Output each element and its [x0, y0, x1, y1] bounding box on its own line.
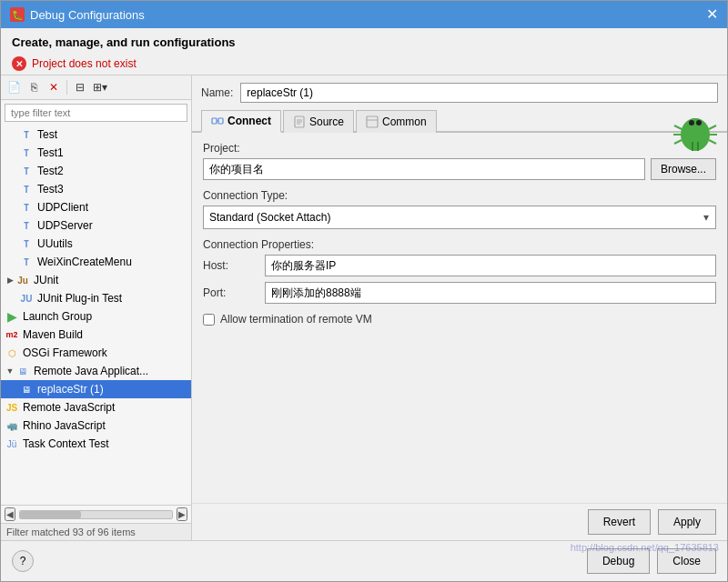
- config-tree[interactable]: T Test T Test1 T Test2 T Test3: [1, 125, 191, 505]
- tree-item-label: Test1: [37, 146, 64, 159]
- dialog-content: Create, manage, and run configurations ✕…: [1, 28, 727, 581]
- tree-item-label: Test: [37, 128, 57, 141]
- launch-group-icon: ▶: [5, 309, 19, 324]
- error-icon: ✕: [12, 56, 26, 71]
- arrange-button[interactable]: ⊞▾: [91, 78, 109, 96]
- config-name-input[interactable]: [240, 83, 718, 103]
- scroll-thumb: [20, 511, 81, 518]
- port-input[interactable]: [265, 282, 716, 304]
- tree-item-label: JUnit: [34, 274, 58, 286]
- horizontal-scrollbar[interactable]: ◀ ▶: [1, 505, 191, 523]
- tree-item-junit-plugin[interactable]: JU JUnit Plug-in Test: [1, 289, 191, 307]
- tab-connect[interactable]: Connect: [201, 110, 281, 133]
- tab-source-label: Source: [309, 115, 344, 128]
- junit-plugin-icon: JU: [19, 291, 34, 306]
- java-app-icon: T: [19, 255, 34, 269]
- tree-item-label: OSGi Framework: [23, 346, 107, 359]
- allow-termination-checkbox[interactable]: [203, 314, 215, 326]
- collapse-button[interactable]: ⊟: [71, 78, 89, 96]
- tree-item-junit-group[interactable]: ▶ Ju JUnit: [1, 271, 191, 289]
- tree-item-label: UUutils: [37, 237, 73, 250]
- task-context-icon: Jü: [5, 436, 19, 451]
- tree-item-rhino-js[interactable]: 🦏 Rhino JavaScript: [1, 416, 191, 435]
- left-toolbar: 📄 ⎘ ✕ ⊟ ⊞▾: [1, 75, 191, 100]
- tree-item-launch-group[interactable]: ▶ Launch Group: [1, 307, 191, 326]
- scroll-left-button[interactable]: ◀: [5, 507, 15, 521]
- revert-button[interactable]: Revert: [588, 509, 651, 535]
- watermark: http://blog.csdn.net/qq_17635813: [571, 542, 719, 553]
- apply-button[interactable]: Apply: [658, 509, 716, 535]
- connect-tab-icon: [211, 115, 224, 127]
- dialog-window: 🐛 Debug Configurations ✕ Create, manage,…: [0, 0, 728, 582]
- svg-line-7: [709, 125, 716, 129]
- help-button[interactable]: ?: [12, 550, 34, 572]
- bug-graphic: [672, 109, 718, 155]
- title-bar-left: 🐛 Debug Configurations: [10, 7, 145, 22]
- conn-type-select[interactable]: Standard (Socket Attach): [203, 206, 716, 229]
- error-message: Project does not exist: [32, 57, 136, 70]
- expand-arrow-icon: ▼: [5, 366, 15, 376]
- toolbar-separator: [66, 80, 67, 95]
- tree-item-label: UDPClient: [37, 201, 88, 214]
- tree-item-test[interactable]: T Test: [1, 125, 191, 144]
- tab-common-label: Common: [382, 115, 427, 128]
- tree-item-osgi[interactable]: ⬡ OSGi Framework: [1, 344, 191, 362]
- tab-connect-label: Connect: [228, 115, 271, 127]
- tree-item-udpserver[interactable]: T UDPServer: [1, 216, 191, 235]
- tree-item-test3[interactable]: T Test3: [1, 180, 191, 198]
- debug-icon: 🐛: [10, 7, 25, 22]
- tab-common[interactable]: Common: [356, 110, 437, 133]
- svg-rect-12: [212, 118, 217, 124]
- filter-status: Filter matched 93 of 96 items: [1, 523, 191, 540]
- java-app-icon: T: [19, 127, 34, 142]
- title-bar: 🐛 Debug Configurations ✕: [1, 1, 727, 28]
- remote-js-icon: JS: [5, 400, 19, 415]
- junit-group-icon: Ju: [15, 273, 30, 287]
- svg-line-4: [674, 125, 682, 129]
- tree-item-task-context[interactable]: Jü Task Context Test: [1, 435, 191, 453]
- copy-config-button[interactable]: ⎘: [25, 78, 43, 96]
- scroll-right-button[interactable]: ▶: [177, 507, 187, 521]
- name-label: Name:: [201, 86, 233, 99]
- new-config-button[interactable]: 📄: [5, 78, 23, 96]
- tree-item-test1[interactable]: T Test1: [1, 144, 191, 162]
- host-input[interactable]: [265, 255, 716, 276]
- java-app-icon: T: [19, 164, 34, 178]
- tree-item-label: Test3: [37, 183, 64, 196]
- tab-source[interactable]: Source: [283, 110, 354, 133]
- delete-config-button[interactable]: ✕: [45, 78, 63, 96]
- tabs-row: Connect Source: [192, 108, 727, 133]
- tree-item-udpclient[interactable]: T UDPClient: [1, 198, 191, 216]
- left-panel: 📄 ⎘ ✕ ⊟ ⊞▾ T Test T: [1, 75, 192, 540]
- tree-item-label: Maven Build: [23, 328, 83, 341]
- project-input[interactable]: [203, 158, 645, 180]
- close-window-button[interactable]: ✕: [706, 7, 718, 22]
- filter-input[interactable]: [5, 104, 187, 122]
- java-app-icon: T: [19, 146, 34, 160]
- svg-rect-19: [367, 116, 378, 127]
- dialog-header: Create, manage, and run configurations: [1, 28, 727, 53]
- svg-rect-13: [218, 118, 223, 124]
- tree-item-label: replaceStr (1): [37, 383, 104, 396]
- tree-item-remote-java-group[interactable]: ▼ 🖥 Remote Java Applicat...: [1, 362, 191, 380]
- tree-item-remote-javascript[interactable]: JS Remote JavaScript: [1, 398, 191, 416]
- tree-item-label: Test2: [37, 165, 64, 177]
- header-title: Create, manage, and run configurations: [12, 35, 716, 49]
- tree-item-weixincreatemenu[interactable]: T WeiXinCreateMenu: [1, 253, 191, 271]
- tree-item-uuutils[interactable]: T UUutils: [1, 235, 191, 253]
- tree-item-replacestr[interactable]: 🖥 replaceStr (1): [1, 380, 191, 398]
- conn-type-label: Connection Type:: [203, 189, 716, 202]
- error-bar: ✕ Project does not exist: [1, 53, 727, 75]
- svg-point-2: [689, 120, 694, 125]
- tree-item-label: Remote JavaScript: [23, 401, 115, 414]
- source-tab-icon: [293, 115, 306, 128]
- main-area: 📄 ⎘ ✕ ⊟ ⊞▾ T Test T: [1, 75, 727, 540]
- maven-icon: m2: [5, 327, 19, 342]
- java-app-icon: T: [19, 218, 34, 233]
- rhino-icon: 🦏: [5, 418, 19, 433]
- allow-termination-row: Allow termination of remote VM: [203, 313, 716, 326]
- tree-item-test2[interactable]: T Test2: [1, 162, 191, 180]
- browse-button[interactable]: Browse...: [651, 158, 716, 180]
- tree-item-maven[interactable]: m2 Maven Build: [1, 326, 191, 344]
- scroll-track[interactable]: [19, 510, 173, 519]
